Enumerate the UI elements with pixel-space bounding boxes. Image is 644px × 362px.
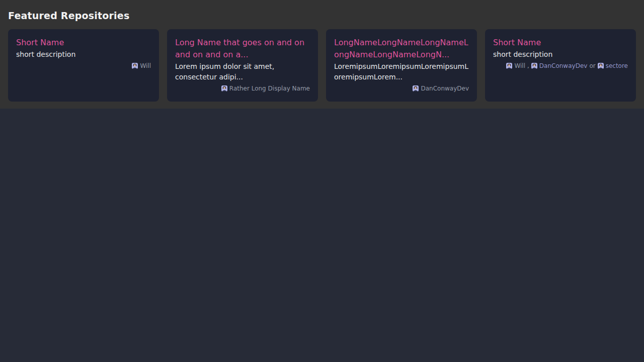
repo-title[interactable]: Short Name [16,37,151,49]
repo-author[interactable]: sectore [598,62,628,69]
repo-card-grid: Short Name short description Will Long N… [8,29,636,102]
person-avatar-icon [413,85,419,92]
author-name: Rather Long Display Name [229,85,310,92]
repo-title[interactable]: Short Name [493,37,628,49]
page-body-background [0,109,644,362]
repo-authors-row: DanConwayDev [334,85,469,92]
repo-description: short description [16,49,151,60]
person-avatar-icon [132,63,138,69]
repo-title[interactable]: Long Name that goes on and on and on and… [175,37,310,61]
repo-author[interactable]: Will [506,62,525,69]
repo-card[interactable]: LongNameLongNameLongNameLongNameLongName… [326,29,477,102]
featured-section: Featured Repositories Short Name short d… [0,0,644,109]
person-avatar-icon [598,63,604,69]
person-avatar-icon [221,85,227,92]
repo-authors-row: Will [16,62,151,69]
repo-description: LoremipsumLoremipsumLoremipsumLoremipsum… [334,61,469,82]
author-name: DanConwayDev [539,62,588,69]
author-name: DanConwayDev [421,85,469,92]
author-name: Will [140,62,151,69]
repo-author[interactable]: DanConwayDev [531,62,588,69]
person-avatar-icon [531,63,537,69]
author-name: Will [514,62,525,69]
repo-description: Lorem ipsum dolor sit amet, consectetur … [175,61,310,82]
repo-card[interactable]: Short Name short description Will , DanC… [485,29,636,102]
repo-title[interactable]: LongNameLongNameLongNameLongNameLongName… [334,37,469,61]
author-name: sectore [606,62,628,69]
person-avatar-icon [506,63,512,69]
repo-card[interactable]: Short Name short description Will [8,29,159,102]
repo-description: short description [493,49,628,60]
repo-authors-row: Rather Long Display Name [175,85,310,92]
author-separator: , [527,62,529,69]
repo-card[interactable]: Long Name that goes on and on and on and… [167,29,318,102]
page-title: Featured Repositories [8,10,636,21]
repo-author[interactable]: DanConwayDev [413,85,469,92]
repo-authors-row: Will , DanConwayDev or sectore [493,62,628,69]
repo-author[interactable]: Will [132,62,151,69]
repo-author[interactable]: Rather Long Display Name [221,85,310,92]
author-separator: or [589,62,595,69]
